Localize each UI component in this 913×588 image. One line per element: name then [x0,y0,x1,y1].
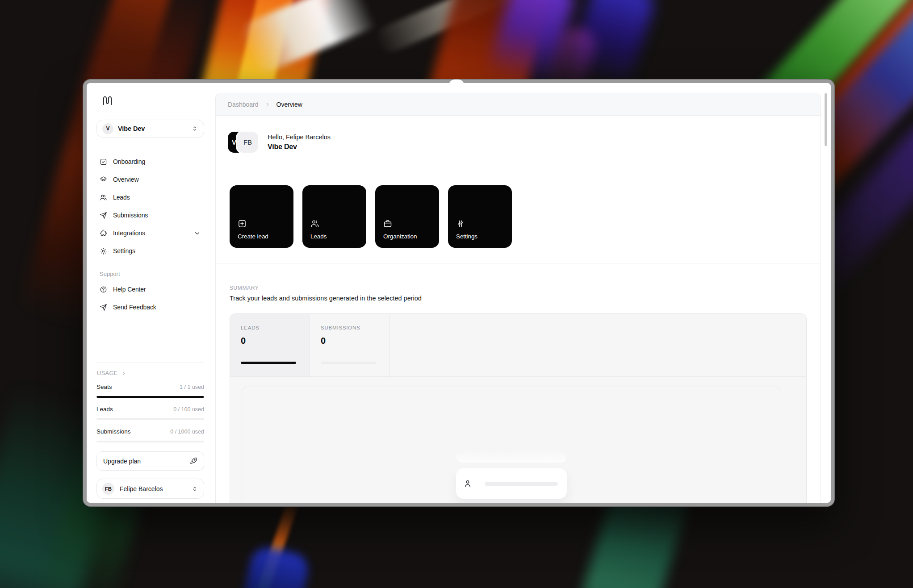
scrollbar-thumb[interactable] [825,93,827,146]
sidebar-item-label: Leads [113,194,130,201]
usage-rows: Seats 1 / 1 used Leads 0 / 100 used [96,384,204,442]
sidebar-item-help-center[interactable]: Help Center [96,280,204,298]
sidebar-item-submissions[interactable]: Submissions [96,206,204,224]
usage-section: USAGE Seats 1 / 1 used Leads 0 [96,363,204,503]
action-card-label: Organization [383,233,431,240]
user-account-selector[interactable]: FB Felipe Barcelos [96,479,204,499]
breadcrumb-dashboard[interactable]: Dashboard [228,101,259,108]
breadcrumb-overview[interactable]: Overview [276,101,302,108]
send-icon [100,212,107,219]
puzzle-icon [100,229,107,237]
sidebar-item-integrations[interactable]: Integrations [96,224,204,242]
sidebar-item-label: Send Feedback [113,304,156,311]
usage-row-value: 0 / 1000 used [170,429,204,435]
square-check-icon [100,158,107,166]
skeleton-card-faded [456,451,567,463]
breadcrumb: Dashboard Overview [216,93,821,116]
usage-heading: USAGE [97,370,118,376]
tab-value: 0 [241,336,299,346]
user-avatar: FB [237,132,258,153]
usage-progress-fill [96,396,204,398]
tab-active-indicator [241,362,296,364]
sidebar-item-overview[interactable]: Overview [96,171,204,188]
app-logo-wave-icon [101,94,113,106]
action-card-label: Settings [456,233,504,240]
main-area: Dashboard Overview V FB Hello, Felipe Ba… [214,83,831,503]
sidebar-item-send-feedback[interactable]: Send Feedback [96,298,204,316]
usage-row-value: 1 / 1 used [180,384,204,390]
tab-leads[interactable]: LEADS 0 [230,314,310,376]
usage-row-leads: Leads 0 / 100 used [96,406,204,420]
avatar-stack: V FB [228,132,258,153]
user-avatar: FB [102,483,114,495]
create-lead-card[interactable]: Create lead [230,185,293,248]
chevrons-up-down-icon [191,125,198,132]
usage-row-label: Submissions [96,428,131,435]
square-plus-icon [238,219,247,228]
workspace-selector[interactable]: V Vibe Dev [96,120,204,138]
greeting-header: V FB Hello, Felipe Barcelos Vibe Dev [216,116,821,169]
layers-icon [100,176,107,183]
usage-row-seats: Seats 1 / 1 used [96,384,204,398]
usage-row-submissions: Submissions 0 / 1000 used [96,428,204,442]
workspace-avatar: V [102,123,113,134]
sidebar-item-label: Settings [113,247,135,254]
support-nav: Help Center Send Feedback [96,280,204,316]
send-icon [100,304,107,311]
usage-row-value: 0 / 100 used [173,406,204,413]
tab-inactive-indicator [321,362,376,364]
sidebar-item-label: Help Center [113,286,146,293]
organization-card[interactable]: Organization [375,185,439,248]
skeleton-card [456,468,567,499]
summary-section: SUMMARY Track your leads and submissions… [216,263,821,503]
help-circle-icon [100,286,107,293]
main-panel: Dashboard Overview V FB Hello, Felipe Ba… [215,93,821,503]
action-card-label: Create lead [238,233,285,240]
sidebar-item-onboarding[interactable]: Onboarding [96,153,204,171]
sidebar-item-label: Onboarding [113,158,145,165]
summary-description: Track your leads and submissions generat… [230,295,807,302]
upgrade-plan-button[interactable]: Upgrade plan [96,451,204,471]
tab-submissions[interactable]: SUBMISSIONS 0 [310,314,390,376]
empty-state-carousel [456,451,567,503]
support-section-heading: Support [96,271,204,279]
usage-row-label: Seats [96,384,112,390]
upgrade-plan-label: Upgrade plan [103,458,141,465]
settings-card[interactable]: Settings [448,185,512,248]
summary-tabs: LEADS 0 SUBMISSIONS 0 [230,314,806,377]
briefcase-icon [383,219,392,228]
sidebar-item-leads[interactable]: Leads [96,188,204,206]
chevron-right-icon [264,101,271,108]
greeting-text: Hello, Felipe Barcelos Vibe Dev [268,133,331,151]
tab-label: LEADS [241,325,299,330]
sliders-icon [456,219,465,228]
usage-progress-track [96,441,204,442]
leads-card[interactable]: Leads [302,185,366,248]
users-icon [310,219,319,228]
usage-section-link[interactable]: USAGE [96,370,204,376]
person-icon [463,479,472,488]
workspace-name: Vibe Dev [118,125,187,132]
rocket-icon [190,457,197,465]
usage-progress-track [96,418,204,420]
tab-value: 0 [321,336,379,346]
user-name: Felipe Barcelos [120,485,186,492]
users-icon [100,194,107,201]
quick-actions: Create lead Leads Organization Settings [216,169,821,263]
usage-progress-track [96,396,204,398]
sidebar-nav: Onboarding Overview Leads Submissions In… [96,153,204,260]
sidebar-item-settings[interactable]: Settings [96,242,204,260]
window-content: V Vibe Dev Onboarding Overview Leads [87,83,831,503]
sidebar: V Vibe Dev Onboarding Overview Leads [87,83,214,503]
app-window: V Vibe Dev Onboarding Overview Leads [83,79,834,506]
background-streak [234,544,311,588]
chevrons-up-down-icon [191,485,198,492]
tab-label: SUBMISSIONS [321,325,379,330]
skeleton-text-bar [485,482,558,486]
gear-icon [100,247,107,255]
sidebar-item-label: Overview [113,176,139,183]
summary-panel: LEADS 0 SUBMISSIONS 0 [230,313,807,503]
workspace-title: Vibe Dev [268,143,331,151]
summary-chart-area [230,387,806,503]
summary-heading: SUMMARY [230,285,807,291]
